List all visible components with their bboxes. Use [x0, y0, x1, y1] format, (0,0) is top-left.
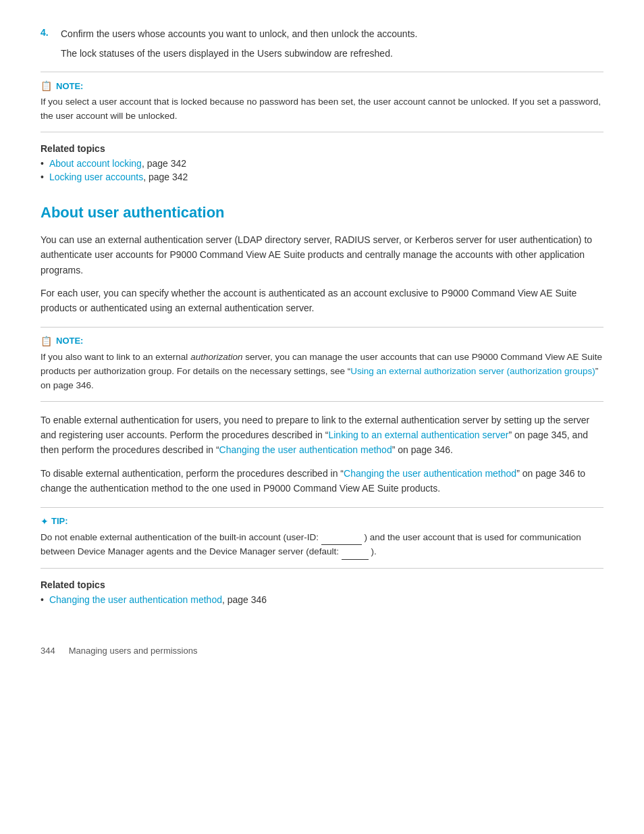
related-item-2: • Locking user accounts, page 342: [41, 172, 603, 182]
linking-external-auth-link[interactable]: Linking to an external authentication se…: [328, 429, 508, 440]
tip-label-1: TIP:: [51, 516, 68, 526]
related-link-1[interactable]: About account locking, page 342: [49, 158, 186, 169]
about-account-locking-link[interactable]: About account locking: [49, 158, 142, 169]
tip-blank-2: [342, 545, 369, 560]
changing-auth-method-link-1[interactable]: Changing the user authentication method: [219, 444, 392, 455]
note-header-2: 📋 NOTE:: [41, 336, 603, 346]
section-title: About user authentication: [41, 204, 603, 221]
note-body-2: If you also want to link to an external …: [41, 350, 603, 393]
note-box-1: 📋 NOTE: If you select a user account tha…: [41, 72, 603, 132]
related-link-2[interactable]: Locking user accounts, page 342: [49, 172, 188, 182]
tip-text-1: Do not enable external authentication of…: [41, 532, 319, 542]
body3-text-3: ” on page 346.: [392, 444, 453, 455]
tip-box-1: ✦ TIP: Do not enable external authentica…: [41, 507, 603, 569]
step-4-subtext: The lock statuses of the users displayed…: [61, 47, 603, 61]
page-footer: 344 Managing users and permissions: [41, 646, 603, 656]
related-link-1-suffix: , page 342: [142, 158, 186, 169]
related-title-1: Related topics: [41, 143, 603, 154]
bullet-3: •: [41, 594, 44, 605]
related-link-3[interactable]: Changing the user authentication method,…: [49, 594, 267, 605]
related-topics-1: Related topics • About account locking, …: [41, 143, 603, 182]
step-4-text: Confirm the users whose accounts you wan…: [61, 27, 603, 41]
body-paragraph-4: To disable external authentication, perf…: [41, 466, 603, 496]
related-link-2-suffix: , page 342: [143, 172, 188, 182]
external-auth-server-link[interactable]: Using an external authorization server (…: [350, 366, 595, 376]
tip-blank-1: [321, 531, 362, 546]
footer-text: Managing users and permissions: [69, 646, 198, 656]
note-label-2: NOTE:: [56, 336, 83, 346]
tip-body-1: Do not enable external authentication of…: [41, 531, 603, 561]
related-link-3-suffix: , page 346: [222, 594, 267, 605]
related-topics-2: Related topics • Changing the user authe…: [41, 579, 603, 605]
related-item-3: • Changing the user authentication metho…: [41, 594, 603, 605]
note-label-1: NOTE:: [56, 81, 83, 91]
changing-auth-method-link-3[interactable]: Changing the user authentication method: [49, 594, 222, 605]
body4-text-1: To disable external authentication, perf…: [41, 468, 344, 479]
related-item-1: • About account locking, page 342: [41, 158, 603, 169]
note-header-1: 📋 NOTE:: [41, 80, 603, 91]
related-title-2: Related topics: [41, 579, 603, 590]
tip-header-1: ✦ TIP:: [41, 516, 603, 527]
body-paragraph-3: To enable external authentication for us…: [41, 413, 603, 458]
changing-auth-method-link-2[interactable]: Changing the user authentication method: [344, 468, 516, 479]
note-body-1: If you select a user account that is loc…: [41, 95, 603, 124]
tip-text-3: ).: [371, 546, 377, 556]
body-paragraph-1: You can use an external authentication s…: [41, 232, 603, 278]
step-4: 4. Confirm the users whose accounts you …: [41, 27, 603, 41]
locking-user-accounts-link[interactable]: Locking user accounts: [49, 172, 143, 182]
body-paragraph-2: For each user, you can specify whether t…: [41, 286, 603, 316]
bullet-2: •: [41, 172, 44, 182]
bullet-1: •: [41, 158, 44, 169]
note-box-2: 📋 NOTE: If you also want to link to an e…: [41, 327, 603, 402]
footer-page-number: 344: [41, 646, 55, 656]
step-number-4: 4.: [41, 27, 61, 41]
tip-icon-1: ✦: [41, 516, 49, 527]
note2-emphasis: authorization: [190, 352, 242, 362]
note-icon-2: 📋: [41, 336, 52, 346]
note-icon-1: 📋: [41, 80, 52, 91]
note2-text-1: If you also want to link to an external: [41, 352, 190, 362]
